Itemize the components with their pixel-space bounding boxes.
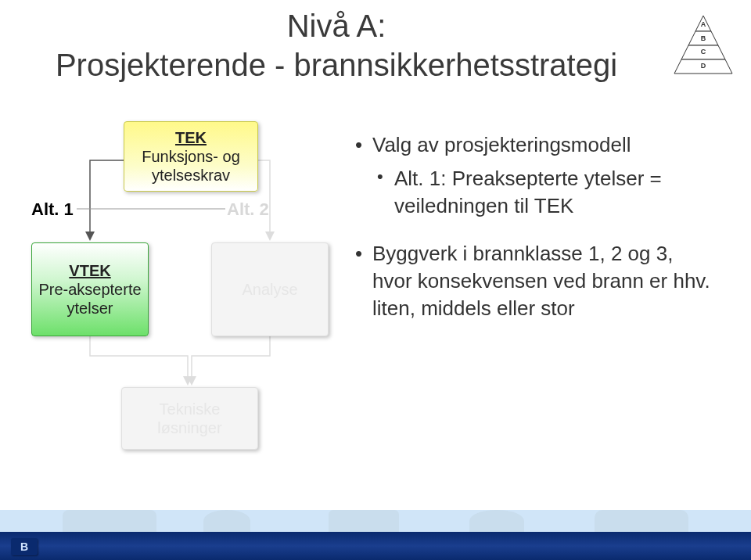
pyramid-legend: A B C D <box>673 14 734 77</box>
teknisk-label: Tekniske løsninger <box>127 400 253 437</box>
footer-shape <box>469 510 524 532</box>
footer-shape <box>203 510 250 532</box>
analyse-label: Analyse <box>242 280 297 299</box>
pyramid-label-c: C <box>673 48 734 56</box>
bullet-2: Byggverk i brannklasse 1, 2 og 3, hvor k… <box>350 240 718 322</box>
pyramid-label-b: B <box>673 34 734 42</box>
box-analyse: Analyse <box>211 242 329 336</box>
footer-shape <box>329 510 399 532</box>
alt2-label: Alt. 2 <box>227 199 269 220</box>
footer-strip <box>0 532 751 560</box>
footer-shape <box>63 510 156 532</box>
pyramid-label-d: D <box>673 62 734 70</box>
bullet-1: Valg av prosjekteringsmodell <box>350 131 718 159</box>
flow-diagram: TEK Funksjons- og ytelseskrav Alt. 1 Alt… <box>31 121 344 465</box>
pyramid-label-a: A <box>673 20 734 28</box>
bullet-1a: Alt. 1: Preaksepterte ytelser = veiledni… <box>350 165 718 220</box>
footer-logo: B <box>11 538 38 555</box>
bullet-list: Valg av prosjekteringsmodell Alt. 1: Pre… <box>350 131 718 329</box>
vtek-subtitle: Pre-aksepterte ytelser <box>37 280 143 318</box>
vtek-title: VTEK <box>69 261 110 280</box>
box-teknisk: Tekniske løsninger <box>121 387 258 450</box>
footer-bar: B <box>0 510 751 560</box>
slide-title: Nivå A: Prosjekterende - brannsikkerhets… <box>0 6 673 84</box>
box-vtek: VTEK Pre-aksepterte ytelser <box>31 242 149 336</box>
slide: Nivå A: Prosjekterende - brannsikkerhets… <box>0 0 751 560</box>
tek-subtitle: Funksjons- og ytelseskrav <box>129 147 253 185</box>
alt1-label: Alt. 1 <box>31 199 74 220</box>
title-line-2: Prosjekterende - brannsikkerhetsstrategi <box>0 45 673 84</box>
title-line-1: Nivå A: <box>0 6 673 45</box>
tek-title: TEK <box>175 128 207 147</box>
box-tek: TEK Funksjons- og ytelseskrav <box>124 121 258 192</box>
footer-shape <box>595 510 688 532</box>
